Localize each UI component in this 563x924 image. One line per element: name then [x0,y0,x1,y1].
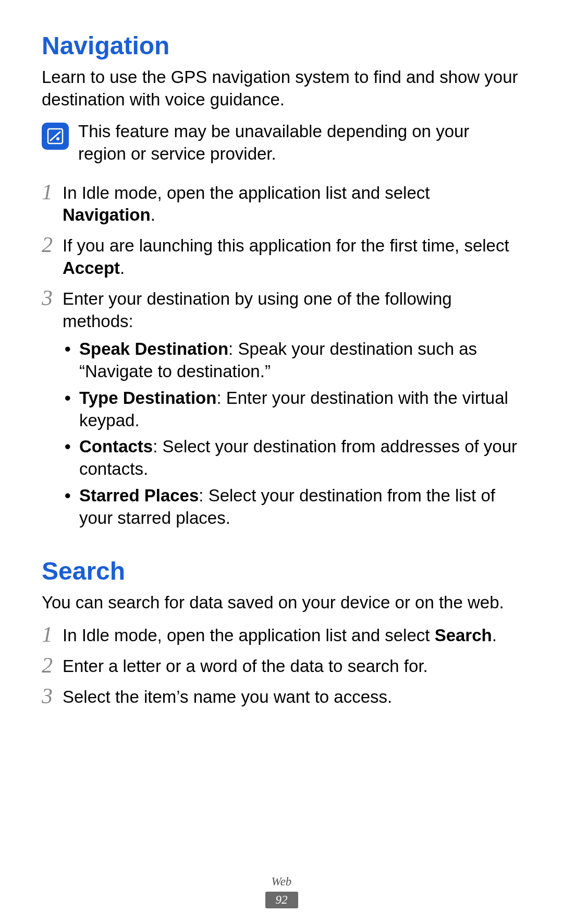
step-text-bold: Navigation [63,205,151,224]
step-text-fragment: In Idle mode, open the application list … [63,626,435,645]
step-text-bold: Search [435,626,492,645]
step-text-fragment: If you are launching this application fo… [63,236,509,255]
search-heading: Search [42,557,521,585]
step-text: Enter a letter or a word of the data to … [63,654,521,678]
bullet-bold: Speak Destination [79,339,228,358]
list-item: • Type Destination: Enter your destinati… [63,387,521,432]
navigation-steps: 1 In Idle mode, open the application lis… [42,181,521,534]
step-text-fragment: . [120,258,125,278]
step-item: 1 In Idle mode, open the application lis… [42,181,521,227]
note-icon [42,123,69,150]
search-intro: You can search for data saved on your de… [42,592,521,614]
page-number-badge: 92 [265,892,298,908]
list-item: • Speak Destination: Speak your destinat… [63,338,521,383]
step-text-bold: Accept [63,258,120,278]
step-item: 2 Enter a letter or a word of the data t… [42,654,521,678]
bullet-text: Speak Destination: Speak your destinatio… [79,338,521,383]
bullet-bold: Starred Places [79,486,199,505]
step-number: 2 [42,234,63,256]
step-text-fragment: . [151,205,155,224]
bullet-icon: • [65,485,79,530]
step-text: In Idle mode, open the application list … [63,181,521,227]
bullet-icon: • [65,338,79,383]
svg-point-2 [56,137,59,140]
navigation-intro: Learn to use the GPS navigation system t… [42,66,521,111]
step-number: 2 [42,654,63,676]
search-steps: 1 In Idle mode, open the application lis… [42,623,521,709]
footer-category: Web [0,875,563,889]
navigation-heading: Navigation [42,31,521,60]
step-number: 3 [42,685,63,707]
bullet-icon: • [65,436,79,481]
list-item: • Contacts: Select your destination from… [63,436,521,481]
step-text-fragment: Enter your destination by using one of t… [63,289,452,331]
step-item: 3 Select the item’s name you want to acc… [42,685,521,709]
step-item: 1 In Idle mode, open the application lis… [42,623,521,647]
bullet-bold: Contacts [79,437,153,456]
step-text: If you are launching this application fo… [63,234,521,280]
step-number: 1 [42,623,63,645]
bullet-text: Starred Places: Select your destination … [79,485,521,530]
step-text: Select the item’s name you want to acces… [63,685,521,709]
page-footer: Web 92 [0,875,563,908]
step-text-fragment: . [492,626,497,645]
note-text: This feature may be unavailable dependin… [78,121,521,165]
bullet-bold: Type Destination [79,388,216,407]
sub-bullet-list: • Speak Destination: Speak your destinat… [63,338,521,530]
step-text: Enter your destination by using one of t… [63,287,521,534]
step-number: 3 [42,287,63,309]
step-number: 1 [42,181,63,203]
bullet-icon: • [65,387,79,432]
bullet-text: Type Destination: Enter your destination… [79,387,521,432]
step-item: 3 Enter your destination by using one of… [42,287,521,534]
step-text-fragment: In Idle mode, open the application list … [63,183,430,202]
note-block: This feature may be unavailable dependin… [42,121,521,165]
list-item: • Starred Places: Select your destinatio… [63,485,521,530]
step-item: 2 If you are launching this application … [42,234,521,280]
step-text: In Idle mode, open the application list … [63,623,521,647]
bullet-text: Contacts: Select your destination from a… [79,436,521,481]
